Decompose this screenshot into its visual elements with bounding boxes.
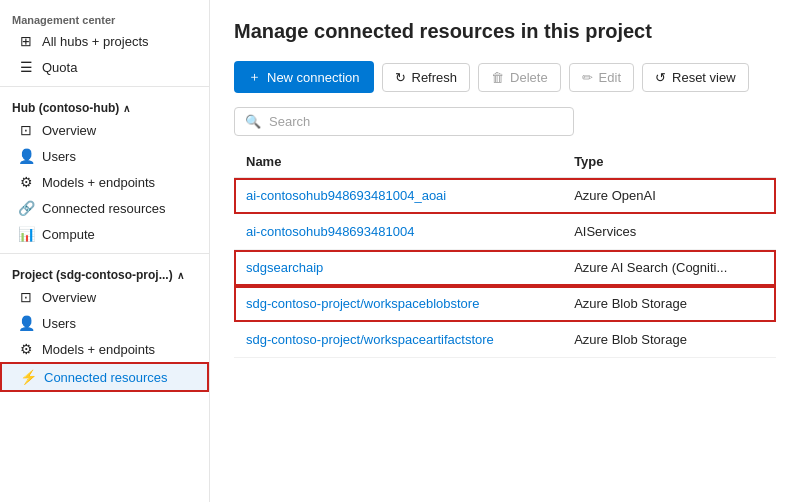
col-type: Type bbox=[562, 146, 776, 178]
row-link-0[interactable]: ai-contosohub948693481004_aoai bbox=[246, 188, 446, 203]
sidebar-item-hub-users[interactable]: 👤Users bbox=[0, 143, 209, 169]
hub-overview-icon: ⊡ bbox=[18, 122, 34, 138]
refresh-icon: ↻ bbox=[395, 70, 406, 85]
sidebar: Management center ⊞All hubs + projects☰Q… bbox=[0, 0, 210, 502]
delete-button[interactable]: 🗑 Delete bbox=[478, 63, 561, 92]
table-row: ai-contosohub948693481004 AIServices bbox=[234, 214, 776, 250]
resources-table-container: Name Type ai-contosohub948693481004_aoai… bbox=[234, 146, 776, 502]
sidebar-item-proj-models[interactable]: ⚙Models + endpoints bbox=[0, 336, 209, 362]
row-type-2: Azure AI Search (Cogniti... bbox=[562, 250, 776, 286]
sidebar-item-hub-models[interactable]: ⚙Models + endpoints bbox=[0, 169, 209, 195]
row-name-2: sdgsearchaip bbox=[234, 250, 562, 286]
sidebar-item-all-hubs[interactable]: ⊞All hubs + projects bbox=[0, 28, 209, 54]
sidebar-item-proj-overview[interactable]: ⊡Overview bbox=[0, 284, 209, 310]
sidebar-item-label: Quota bbox=[42, 60, 77, 75]
sidebar-item-hub-overview[interactable]: ⊡Overview bbox=[0, 117, 209, 143]
sidebar-item-label: Users bbox=[42, 149, 76, 164]
sidebar-item-hub-compute[interactable]: 📊Compute bbox=[0, 221, 209, 247]
row-type-3: Azure Blob Storage bbox=[562, 286, 776, 322]
sidebar-item-quota[interactable]: ☰Quota bbox=[0, 54, 209, 80]
hub-group-title: Hub (contoso-hub) ∧ bbox=[0, 93, 209, 117]
table-row: ai-contosohub948693481004_aoai Azure Ope… bbox=[234, 178, 776, 214]
row-type-4: Azure Blob Storage bbox=[562, 322, 776, 358]
table-header: Name Type bbox=[234, 146, 776, 178]
row-name-0: ai-contosohub948693481004_aoai bbox=[234, 178, 562, 214]
sidebar-item-label: Compute bbox=[42, 227, 95, 242]
proj-overview-icon: ⊡ bbox=[18, 289, 34, 305]
row-link-4[interactable]: sdg-contoso-project/workspaceartifactsto… bbox=[246, 332, 494, 347]
proj-users-icon: 👤 bbox=[18, 315, 34, 331]
plus-icon: ＋ bbox=[248, 68, 261, 86]
hub-chevron-icon: ∧ bbox=[123, 103, 130, 114]
search-icon: 🔍 bbox=[245, 114, 261, 129]
table-body: ai-contosohub948693481004_aoai Azure Ope… bbox=[234, 178, 776, 358]
row-name-1: ai-contosohub948693481004 bbox=[234, 214, 562, 250]
proj-connected-icon: ⚡ bbox=[20, 369, 36, 385]
search-bar: 🔍 bbox=[234, 107, 574, 136]
col-name: Name bbox=[234, 146, 562, 178]
new-connection-button[interactable]: ＋ New connection bbox=[234, 61, 374, 93]
row-type-1: AIServices bbox=[562, 214, 776, 250]
row-link-2[interactable]: sdgsearchaip bbox=[246, 260, 323, 275]
main-content: Manage connected resources in this proje… bbox=[210, 0, 800, 502]
refresh-button[interactable]: ↻ Refresh bbox=[382, 63, 471, 92]
project-chevron-icon: ∧ bbox=[177, 270, 184, 281]
row-name-4: sdg-contoso-project/workspaceartifactsto… bbox=[234, 322, 562, 358]
delete-icon: 🗑 bbox=[491, 70, 504, 85]
reset-view-button[interactable]: ↺ Reset view bbox=[642, 63, 749, 92]
hub-connected-icon: 🔗 bbox=[18, 200, 34, 216]
sidebar-item-label: All hubs + projects bbox=[42, 34, 149, 49]
resources-table: Name Type ai-contosohub948693481004_aoai… bbox=[234, 146, 776, 358]
sidebar-item-label: Connected resources bbox=[44, 370, 168, 385]
sidebar-item-label: Users bbox=[42, 316, 76, 331]
sidebar-item-label: Overview bbox=[42, 123, 96, 138]
app-title: Management center bbox=[0, 8, 209, 28]
table-row: sdg-contoso-project/workspaceblobstore A… bbox=[234, 286, 776, 322]
proj-models-icon: ⚙ bbox=[18, 341, 34, 357]
hub-users-icon: 👤 bbox=[18, 148, 34, 164]
sidebar-item-label: Connected resources bbox=[42, 201, 166, 216]
sidebar-item-label: Models + endpoints bbox=[42, 342, 155, 357]
search-input[interactable] bbox=[269, 114, 563, 129]
all-hubs-icon: ⊞ bbox=[18, 33, 34, 49]
reset-icon: ↺ bbox=[655, 70, 666, 85]
row-link-3[interactable]: sdg-contoso-project/workspaceblobstore bbox=[246, 296, 479, 311]
edit-button[interactable]: ✏ Edit bbox=[569, 63, 634, 92]
row-name-3: sdg-contoso-project/workspaceblobstore bbox=[234, 286, 562, 322]
sidebar-item-hub-connected[interactable]: 🔗Connected resources bbox=[0, 195, 209, 221]
row-link-1[interactable]: ai-contosohub948693481004 bbox=[246, 224, 414, 239]
project-group-title: Project (sdg-contoso-proj...) ∧ bbox=[0, 260, 209, 284]
row-type-0: Azure OpenAI bbox=[562, 178, 776, 214]
sidebar-item-label: Models + endpoints bbox=[42, 175, 155, 190]
sidebar-divider-2 bbox=[0, 253, 209, 254]
sidebar-divider-1 bbox=[0, 86, 209, 87]
sidebar-item-proj-connected[interactable]: ⚡Connected resources bbox=[0, 362, 209, 392]
table-row: sdg-contoso-project/workspaceartifactsto… bbox=[234, 322, 776, 358]
sidebar-item-label: Overview bbox=[42, 290, 96, 305]
edit-icon: ✏ bbox=[582, 70, 593, 85]
sidebar-item-proj-users[interactable]: 👤Users bbox=[0, 310, 209, 336]
toolbar: ＋ New connection ↻ Refresh 🗑 Delete ✏ Ed… bbox=[234, 61, 776, 93]
page-title: Manage connected resources in this proje… bbox=[234, 20, 776, 43]
quota-icon: ☰ bbox=[18, 59, 34, 75]
hub-models-icon: ⚙ bbox=[18, 174, 34, 190]
table-row: sdgsearchaip Azure AI Search (Cogniti... bbox=[234, 250, 776, 286]
hub-compute-icon: 📊 bbox=[18, 226, 34, 242]
